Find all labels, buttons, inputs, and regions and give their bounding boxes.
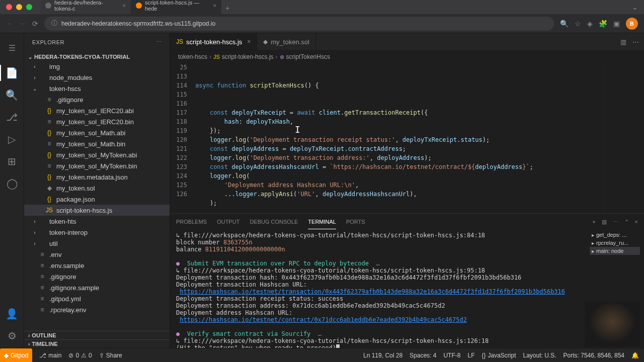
terminal-list-item[interactable]: ▸ main: node (590, 247, 640, 255)
panel-tab-ports[interactable]: PORTS (346, 215, 365, 229)
code-line[interactable]: logger.log( (195, 171, 604, 180)
zoom-icon[interactable]: 🔍 (560, 20, 569, 28)
outline-section[interactable]: › OUTLINE (24, 331, 170, 339)
file-item[interactable]: ≡my_token_sol_IERC20.bin (24, 116, 170, 127)
extensions-menu-icon[interactable]: 🧩 (599, 20, 607, 28)
browser-tab-gitpod[interactable]: script-token-hscs.js — hede × (131, 0, 221, 14)
minimap[interactable] (604, 63, 644, 213)
split-terminal-icon[interactable]: ▥ (602, 219, 607, 225)
code-line[interactable]: ...logger.applyAnsi('URL', deployAddress… (195, 190, 604, 199)
more-icon[interactable]: ⋯ (613, 219, 618, 225)
code-line[interactable]: const deployAddress = deployTxReceipt.co… (195, 144, 604, 153)
extension-icon[interactable]: ◈ (587, 20, 593, 28)
folder-item[interactable]: ›node_modules (24, 72, 170, 83)
file-item[interactable]: JSscript-token-hscs.js (24, 205, 170, 216)
code-line[interactable]: logger.log('Deployment transaction recei… (195, 135, 604, 144)
indentation[interactable]: Spaces: 4 (410, 352, 436, 359)
close-tab-icon[interactable]: × (123, 3, 126, 9)
folder-item[interactable]: ⌄token-hscs (24, 83, 170, 94)
search-icon[interactable]: 🔍 (6, 89, 18, 101)
file-item[interactable]: ≡my_token_sol_MyToken.bin (24, 160, 170, 171)
explorer-icon[interactable]: 📄 (6, 67, 18, 79)
language-mode[interactable]: {} JavaScript (481, 352, 516, 359)
close-window-button[interactable] (6, 4, 12, 10)
browser-tab-github[interactable]: hedera-dev/hedera-tokens-c × (40, 0, 131, 14)
new-tab-button[interactable]: + (221, 2, 233, 14)
extension-icon-2[interactable]: ▣ (613, 20, 620, 28)
file-item[interactable]: {}my_token_sol_MyToken.abi (24, 149, 170, 160)
timeline-section[interactable]: › TIMELINE (24, 339, 170, 348)
account-icon[interactable]: 👤 (6, 308, 18, 320)
close-panel-icon[interactable]: × (635, 219, 638, 225)
profile-avatar[interactable]: B (626, 18, 638, 30)
file-item[interactable]: ≡.gitignore (24, 94, 170, 105)
close-tab-icon[interactable]: × (247, 38, 251, 45)
panel-tab-terminal[interactable]: TERMINAL (308, 215, 336, 229)
problems-count[interactable]: ⊘0 ⚠0 (68, 352, 92, 359)
back-button[interactable]: ← (6, 20, 13, 28)
panel-tab-problems[interactable]: PROBLEMS (176, 215, 207, 229)
file-item[interactable]: ≡.gitignore (24, 271, 170, 282)
code-line[interactable]: const deployAddressHashscanUrl = `https:… (195, 162, 604, 171)
eol[interactable]: LF (467, 352, 474, 359)
terminal-output[interactable]: ↳ file:///workspace/hedera-tokens-cyoa-t… (170, 230, 644, 348)
file-item[interactable]: ≡.env (24, 249, 170, 260)
file-item[interactable]: {}my_token.metadata.json (24, 171, 170, 183)
maximize-panel-icon[interactable]: ⌃ (624, 219, 629, 225)
code-line[interactable]: logger.log('Deployment transaction addre… (195, 153, 604, 162)
bookmark-icon[interactable]: ☆ (575, 20, 581, 28)
file-item[interactable]: ≡.gitpod.yml (24, 293, 170, 304)
file-item[interactable]: ◆my_token.sol (24, 183, 170, 194)
code-line[interactable]: const deployTxReceipt = await client.get… (195, 108, 604, 117)
breadcrumb-item[interactable]: scriptTokenHscs (286, 53, 330, 60)
new-terminal-icon[interactable]: + (592, 219, 595, 225)
code-line[interactable]: ); (195, 199, 604, 208)
chevron-down-icon[interactable]: ⌄ (632, 3, 638, 11)
project-root[interactable]: ⌄ HEDERA-TOKENS-CYOA-TUTORIAL (24, 53, 170, 61)
cursor-position[interactable]: Ln 119, Col 28 (363, 352, 403, 359)
reload-button[interactable]: ⟳ (32, 20, 38, 28)
more-actions-icon[interactable]: ⋯ (632, 38, 639, 46)
source-control-icon[interactable]: ⎇ (6, 111, 18, 123)
breadcrumb-item[interactable]: script-token-hscs.js (222, 53, 274, 60)
encoding[interactable]: UTF-8 (443, 352, 460, 359)
folder-item[interactable]: ›img (24, 61, 170, 72)
git-branch[interactable]: ⎇ main (39, 352, 61, 359)
notifications-icon[interactable]: 🔔 (631, 352, 639, 359)
gitpod-badge[interactable]: ◆ Gitpod (0, 348, 32, 363)
minimize-window-button[interactable] (16, 4, 22, 10)
terminal-list-item[interactable]: ▸ get_deps: ... (590, 231, 640, 239)
extensions-icon[interactable]: ⊞ (6, 155, 18, 167)
code-line[interactable]: hash: deployTxHash, (195, 117, 604, 126)
file-item[interactable]: {}package.json (24, 194, 170, 205)
code-line[interactable] (195, 208, 604, 213)
file-item[interactable]: ≡.env.sample (24, 260, 170, 271)
terminal-list-item[interactable]: ▸ rpcrelay_ru... (590, 239, 640, 247)
editor-tab-solidity[interactable]: ◆ my_token.sol (257, 33, 316, 50)
keyboard-layout[interactable]: Layout: U.S. (523, 352, 556, 359)
github-icon[interactable]: ◯ (6, 177, 18, 190)
panel-tab-debug[interactable]: DEBUG CONSOLE (250, 215, 298, 229)
breadcrumb[interactable]: token-hscs › JS script-token-hscs.js › ⊕… (170, 51, 644, 63)
file-item[interactable]: ≡.gitignore.sample (24, 282, 170, 293)
ports[interactable]: Ports: 7546, 8546, 854 (564, 352, 624, 359)
folder-item[interactable]: ›util (24, 238, 170, 249)
code-line[interactable]: }); (195, 126, 604, 135)
share-button[interactable]: ⇪ Share (99, 352, 122, 359)
address-bar[interactable]: ⓘ hederadev-hederatokensc-sprmxdfrtfz.ws… (44, 17, 554, 31)
close-tab-icon[interactable]: × (213, 3, 216, 9)
split-editor-icon[interactable]: ▥ (620, 38, 626, 46)
breadcrumb-item[interactable]: token-hscs (178, 53, 207, 60)
folder-item[interactable]: ›token-interop (24, 227, 170, 238)
code-line[interactable]: 'Deployment address Hashscan URL:\n', (195, 180, 604, 190)
panel-tab-output[interactable]: OUTPUT (217, 215, 239, 229)
code-editor[interactable]: 25 1131141151161171181191201211221231241… (170, 63, 644, 213)
maximize-window-button[interactable] (26, 4, 32, 10)
settings-gear-icon[interactable]: ⚙ (6, 330, 18, 342)
editor-tab-script[interactable]: JS script-token-hscs.js × (170, 33, 257, 50)
folder-item[interactable]: ›token-hts (24, 216, 170, 227)
file-item[interactable]: ≡.rpcrelay.env (24, 304, 170, 315)
code-content[interactable]: async function scriptTokenHscs() { const… (195, 63, 604, 213)
file-item[interactable]: ≡my_token_sol_Math.bin (24, 138, 170, 149)
menu-button[interactable]: ☰ (9, 39, 16, 57)
